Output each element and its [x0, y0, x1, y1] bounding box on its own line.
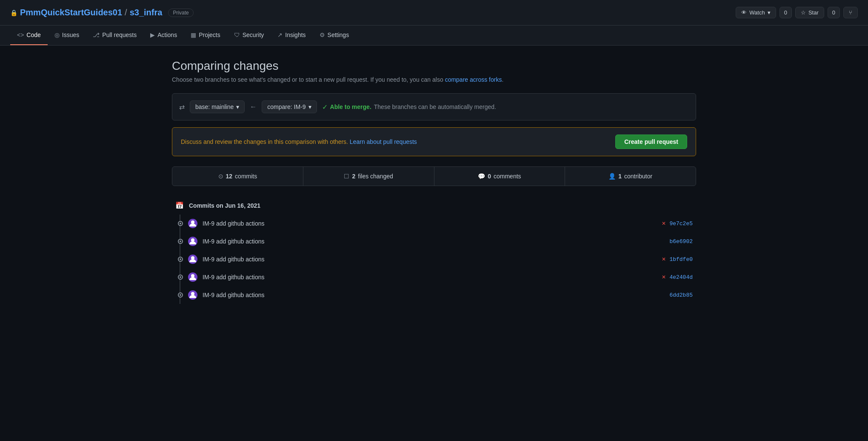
commit-fail-icon: ✕	[662, 274, 666, 280]
watch-count: 0	[779, 7, 792, 18]
lock-icon: 🔒	[10, 9, 17, 16]
actions-icon: ▶	[150, 32, 155, 38]
commit-dot	[178, 292, 183, 298]
commit-message: IM-9 add github actions	[203, 238, 664, 245]
files-changed-stat[interactable]: ☐ 2 files changed	[303, 167, 434, 186]
code-icon: <>	[17, 32, 24, 38]
commits-section: 📅 Commits on Jun 16, 2021 IM-9 add githu…	[172, 196, 696, 304]
repo-separator: /	[125, 8, 127, 17]
security-icon: 🛡	[234, 32, 240, 38]
projects-icon: ▦	[191, 32, 196, 38]
commit-hash-link[interactable]: 4e2404d	[669, 274, 693, 281]
tab-insights[interactable]: ↗ Insights	[271, 26, 312, 45]
banner-text: Discuss and review the changes in this c…	[181, 138, 348, 145]
tab-insights-label: Insights	[285, 32, 306, 38]
commit-hash-area: ✕1bfdfe0	[662, 256, 693, 263]
base-branch-select[interactable]: base: mainline ▾	[190, 100, 245, 113]
commits-stat[interactable]: ⊙ 12 commits	[172, 167, 303, 186]
svg-point-4	[191, 292, 194, 295]
tab-settings[interactable]: ⚙ Settings	[313, 26, 356, 45]
svg-point-2	[191, 256, 194, 260]
commit-row: IM-9 add github actionsb6e6902	[188, 232, 693, 250]
calendar-icon: 📅	[175, 201, 184, 209]
compare-branches-icon: ⇄	[179, 103, 185, 111]
contributors-label: contributor	[624, 173, 652, 180]
base-branch-label: base: mainline	[195, 103, 234, 110]
commit-fail-icon: ✕	[662, 220, 666, 226]
subtitle-end: .	[502, 76, 503, 83]
commit-row: IM-9 add github actions✕4e2404d	[188, 268, 693, 286]
info-banner: Discuss and review the changes in this c…	[172, 127, 696, 156]
repo-title: 🔒 PmmQuickStartGuides01 / s3_infra Priva…	[10, 8, 736, 17]
commit-dot	[178, 239, 183, 244]
banner-text-area: Discuss and review the changes in this c…	[181, 138, 417, 145]
star-icon: ☆	[801, 9, 806, 16]
subtitle-text: Choose two branches to see what's change…	[172, 76, 443, 83]
tab-actions-label: Actions	[157, 32, 177, 38]
header-actions: 👁 Watch ▾ 0 ☆ Star 0 ⑂	[736, 7, 858, 18]
watch-button[interactable]: 👁 Watch ▾	[736, 7, 776, 18]
compare-branch-label: compare: IM-9	[267, 103, 306, 110]
svg-point-3	[191, 274, 194, 278]
header: 🔒 PmmQuickStartGuides01 / s3_infra Priva…	[0, 0, 868, 26]
svg-point-1	[191, 238, 194, 242]
commit-message: IM-9 add github actions	[203, 274, 657, 281]
tab-issues[interactable]: ◎ Issues	[48, 26, 86, 45]
commit-hash-area: 6dd2b85	[669, 292, 693, 298]
avatar	[188, 219, 197, 228]
commits-date-header: 📅 Commits on Jun 16, 2021	[175, 196, 693, 215]
contributors-stat[interactable]: 👤 1 contributor	[565, 167, 696, 186]
commit-row: IM-9 add github actions✕9e7c2e5	[188, 215, 693, 232]
tab-pull-requests-label: Pull requests	[102, 32, 137, 38]
repo-owner-link[interactable]: PmmQuickStartGuides01	[20, 8, 122, 17]
merge-status: ✓ Able to merge. These branches can be a…	[322, 103, 496, 111]
chevron-down-icon: ▾	[768, 9, 771, 16]
able-to-merge-text: Able to merge.	[330, 103, 371, 110]
fork-icon: ⑂	[849, 9, 852, 16]
tab-issues-label: Issues	[62, 32, 79, 38]
commit-dot	[178, 257, 183, 262]
eye-icon: 👁	[741, 9, 747, 16]
tab-security-label: Security	[243, 32, 264, 38]
commit-hash-link[interactable]: b6e6902	[669, 238, 693, 245]
tab-actions[interactable]: ▶ Actions	[143, 26, 184, 45]
repo-name: s3_infra	[130, 8, 163, 17]
commit-dot	[178, 221, 183, 226]
avatar	[188, 237, 197, 246]
pull-requests-icon: ⎇	[93, 32, 100, 38]
nav-tabs: <> Code ◎ Issues ⎇ Pull requests ▶ Actio…	[0, 26, 868, 46]
commit-hash-area: b6e6902	[669, 238, 693, 245]
commit-hash-link[interactable]: 9e7c2e5	[669, 220, 693, 227]
check-icon: ✓	[322, 103, 328, 111]
learn-about-pull-requests-link[interactable]: Learn about pull requests	[350, 138, 417, 145]
issues-icon: ◎	[54, 32, 60, 38]
comments-stat[interactable]: 💬 0 comments	[434, 167, 565, 186]
contributors-icon: 👤	[608, 173, 616, 180]
star-count: 0	[828, 7, 840, 18]
star-label: Star	[808, 9, 819, 16]
commit-hash-link[interactable]: 1bfdfe0	[669, 256, 693, 263]
stats-bar: ⊙ 12 commits ☐ 2 files changed 💬 0 comme…	[172, 166, 696, 186]
compare-across-forks-link[interactable]: compare across forks	[445, 76, 502, 83]
files-count: 2	[352, 173, 355, 180]
commits-date: Commits on Jun 16, 2021	[189, 202, 260, 209]
tab-security[interactable]: 🛡 Security	[227, 26, 271, 45]
create-pull-request-button[interactable]: Create pull request	[615, 135, 687, 149]
commit-timeline: IM-9 add github actions✕9e7c2e5IM-9 add …	[175, 215, 693, 304]
avatar	[188, 272, 197, 282]
settings-icon: ⚙	[320, 32, 325, 38]
avatar	[188, 255, 197, 264]
compare-branch-select[interactable]: compare: IM-9 ▾	[262, 100, 317, 113]
tab-code[interactable]: <> Code	[10, 26, 48, 45]
commit-hash-area: ✕9e7c2e5	[662, 220, 693, 227]
tab-settings-label: Settings	[328, 32, 349, 38]
tab-projects[interactable]: ▦ Projects	[184, 26, 227, 45]
insights-icon: ↗	[277, 32, 283, 38]
fork-button[interactable]: ⑂	[843, 7, 858, 18]
tab-pull-requests[interactable]: ⎇ Pull requests	[86, 26, 143, 45]
arrow-left-icon: ←	[250, 103, 257, 111]
private-badge: Private	[168, 9, 193, 17]
tab-projects-label: Projects	[199, 32, 220, 38]
star-button[interactable]: ☆ Star	[795, 7, 824, 18]
commit-hash-link[interactable]: 6dd2b85	[669, 292, 693, 298]
